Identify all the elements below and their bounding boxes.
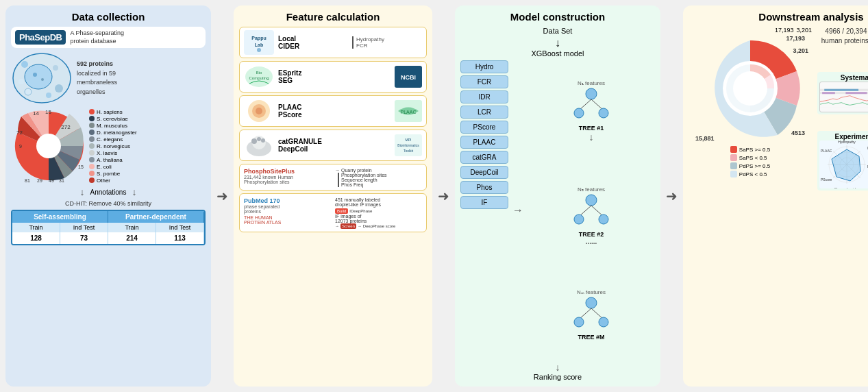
panel4-title: Downstream analysis	[689, 11, 868, 23]
svg-point-6	[46, 93, 51, 98]
svg-point-3	[53, 65, 58, 71]
svg-text:29: 29	[37, 178, 42, 183]
plaac-icon	[244, 99, 274, 123]
donut-chart: 17,193 3,201 4513 15,881	[695, 34, 805, 143]
number-3201: 3,201	[796, 27, 812, 34]
feature-deepcoil: DeepCoil	[460, 166, 508, 179]
arrow-1-2: ➜	[215, 5, 230, 387]
svg-marker-77	[832, 149, 860, 181]
svg-text:PLAAC: PLAAC	[401, 110, 417, 114]
espritz-seg-labels: ESpritz SEG	[278, 69, 390, 84]
subheader-train1: Train	[12, 223, 60, 232]
table-val-214: 214	[108, 232, 156, 244]
svg-point-24	[257, 48, 261, 52]
cell-image-area: 592 proteins localized in 59 membraneles…	[11, 51, 206, 106]
svg-text:Hydropathy: Hydropathy	[838, 140, 856, 144]
legend-saps-ge: SaPS >= 0.5	[730, 146, 770, 153]
right-section: 4966 / 20,394 (24.35%) reviewed human pr…	[817, 27, 868, 381]
xgboost-label: XGBoost model	[460, 49, 655, 58]
arrow-exp-verify: ↓	[817, 117, 868, 128]
pie-legend-area: 272 72 14 15 9 29 31 15 49 81 H. sapiens…	[11, 108, 206, 184]
protein-info: 592 proteins localized in 59 membraneles…	[77, 60, 117, 97]
svg-point-60	[733, 71, 767, 106]
data-table: Self-assembling Partner-dependent Train …	[11, 210, 206, 245]
subheader-indtest2: Ind Test	[156, 223, 204, 232]
svg-text:49: 49	[49, 178, 54, 183]
svg-point-44	[586, 88, 597, 99]
arrow-down-2: ↓	[132, 186, 136, 197]
feature-row-pubmed: PubMed 170 phase separated proteins THE …	[239, 193, 427, 232]
db-header: PhaSepDB A Phase-separating protein data…	[11, 27, 206, 48]
legend-pdps-ge: PdPS >= 0.5	[730, 162, 770, 169]
legend-pdps-ge-label: PdPS >= 0.5	[739, 163, 770, 169]
svg-point-53	[599, 215, 608, 224]
stats-text: 4966 / 20,394 (24.35%) reviewed human pr…	[817, 27, 868, 56]
svg-point-32	[256, 108, 262, 114]
svg-point-5	[25, 88, 32, 95]
feature-plaac: PLAAC	[460, 136, 508, 149]
track-visualization	[819, 82, 868, 112]
exp-images-area: Hydropathy IDR FCR Charged residue PScor…	[819, 140, 868, 188]
if-pipeline: 451 manually labeled droplet-like IF ima…	[335, 197, 422, 229]
panel1-title: Data collection	[11, 11, 206, 23]
svg-point-2	[21, 61, 28, 68]
svg-text:Lab: Lab	[255, 42, 263, 47]
svg-point-38	[261, 138, 265, 143]
feature-row-catgranule: catGRANULE DeepCoil MPI Bioinformatics T…	[239, 130, 427, 161]
spider-chart: Hydropathy IDR FCR Charged residue PScor…	[819, 140, 868, 188]
tree1-label: TREE #1	[579, 125, 604, 132]
arrow-dataset: ↓	[460, 37, 655, 49]
legend-saps-ge-label: SaPS >= 0.5	[739, 147, 770, 153]
n2-label: N₂ features	[578, 186, 605, 193]
svg-point-37	[251, 138, 257, 144]
ranking-score-label: Ranking score	[460, 373, 655, 381]
feature-hydro: Hydro	[460, 60, 508, 73]
svg-point-39	[257, 137, 261, 141]
svg-text:MPI: MPI	[406, 138, 412, 142]
donut-top-numbers: 17,193 3,201	[689, 27, 812, 34]
legend-saps-lt: SaPS < 0.5	[730, 154, 770, 161]
systematic-discovery-section: Systematic discovery	[817, 72, 868, 114]
subheader-indtest1: Ind Test	[60, 223, 108, 232]
legend-pdps-lt: PdPS < 0.5	[730, 171, 770, 177]
phosphosite-area: PhosphoSitePlus 231,442 known Human Phos…	[244, 168, 331, 184]
svg-point-9	[41, 78, 44, 81]
db-description: A Phase-separating protein database	[70, 29, 124, 45]
table-val-128: 128	[12, 232, 60, 244]
annotation-row: ↓ Annotations ↓	[11, 186, 206, 197]
trees-column: N₁ features TREE #1 ↓ N₂ features	[528, 60, 655, 360]
db-logo: PhaSepDB	[15, 30, 66, 45]
svg-text:9: 9	[19, 144, 22, 149]
svg-point-49	[586, 195, 597, 206]
feature-row-cider: Pappu Lab Local CIDER Hydropathy FCR	[239, 27, 427, 58]
table-val-73: 73	[60, 232, 108, 244]
svg-text:72: 72	[16, 130, 23, 136]
arrow-down-1: ↓	[80, 186, 85, 197]
svg-point-10	[36, 134, 61, 158]
cell-illustration	[11, 51, 73, 106]
exp-verification-section: Experimental verification	[817, 131, 868, 191]
num-3201-label: 3,201	[793, 47, 808, 54]
feature-catgra: catGRA	[460, 151, 508, 164]
pie-chart: 272 72 14 15 9 29 31 15 49 81	[11, 108, 86, 184]
feature-fcr: FCR	[460, 75, 508, 88]
svg-rect-68	[845, 92, 867, 94]
table-col1-header: Self-assembling	[12, 211, 108, 223]
tree-block-1: N₁ features TREE #1 ↓	[528, 80, 655, 143]
dataset-label: Data Set	[460, 27, 655, 35]
svg-point-8	[33, 73, 37, 77]
svg-point-52	[574, 215, 584, 224]
phospho-features: → Quarry protein Phosphorylation sites S…	[335, 168, 422, 187]
legend-saps-lt-label: SaPS < 0.5	[739, 155, 767, 161]
tree2-label: TREE #2	[579, 231, 604, 238]
annotations-label: Annotations	[90, 188, 127, 196]
donut-section: 17,193 3,201	[689, 27, 812, 381]
svg-text:PLAAC: PLAAC	[821, 149, 832, 153]
svg-point-58	[599, 317, 608, 327]
svg-point-1	[25, 64, 52, 89]
panel2-title: Feature calculation	[239, 11, 427, 23]
svg-text:15: 15	[45, 109, 51, 115]
panel3-title: Model construction	[460, 11, 655, 23]
cdhit-text: CD-HIT: Remove 40% similarity	[11, 200, 206, 207]
svg-rect-67	[822, 92, 835, 94]
